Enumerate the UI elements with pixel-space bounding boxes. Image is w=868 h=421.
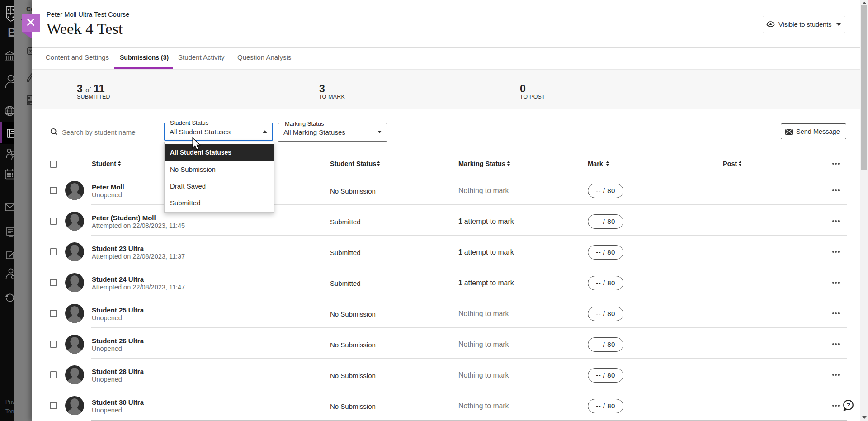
svg-text:?: ? [846, 401, 850, 408]
